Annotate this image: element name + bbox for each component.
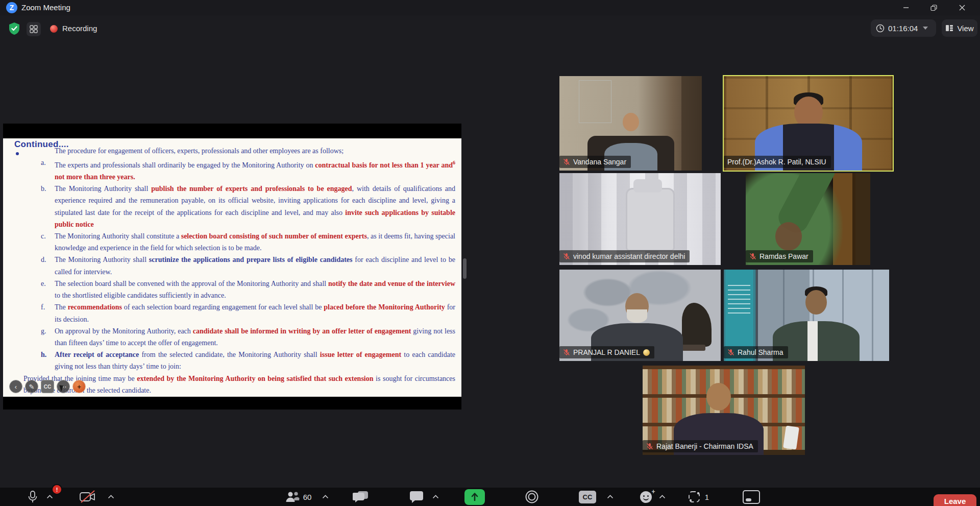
list-item-text: The Monitoring Authority shall scrutiniz… (55, 254, 455, 277)
mic-options-caret[interactable] (45, 488, 54, 506)
panel-collapse-handle[interactable] (463, 258, 467, 279)
maximize-restore-button[interactable] (922, 0, 945, 15)
shared-screen-frame: Continued.... The procedure for engageme… (3, 124, 461, 409)
annotate-pen-button[interactable]: ✎ (25, 380, 38, 393)
list-letter: g. (23, 325, 55, 349)
slide-text-segment: candidate shall be informed in writing b… (193, 327, 411, 335)
participant-count: 60 (303, 493, 312, 501)
team-chat-icon (353, 490, 370, 503)
muted-mic-icon (646, 443, 653, 450)
microphone-icon (27, 490, 39, 503)
share-screen-button[interactable] (463, 488, 486, 506)
scene-decor (579, 80, 611, 123)
list-letter: f. (23, 301, 55, 325)
minimize-button[interactable] (894, 0, 918, 15)
participant-name: Ramdas Pawar (760, 252, 808, 260)
restore-icon (930, 5, 937, 11)
slide-list-item: b.The Monitoring Authority shall publish… (23, 183, 455, 230)
chat-options-caret[interactable] (431, 488, 440, 506)
slide-text-segment: to the shortlisted eligible candidates s… (55, 292, 226, 299)
view-button[interactable]: View (942, 19, 977, 37)
muted-mic-icon (749, 253, 756, 260)
previous-slide-button[interactable]: ‹ (9, 380, 22, 393)
muted-mic-icon (646, 443, 653, 450)
list-item-text: The recommendations of each selection bo… (55, 301, 455, 325)
video-tile-rahul-sharma[interactable]: Rahul Sharma (724, 270, 889, 361)
slide-text-segment: publish the number of experts and profes… (151, 185, 352, 192)
slide-proviso: Provided that the joining time may be ex… (23, 373, 455, 396)
muted-mic-icon (563, 253, 570, 260)
apps-icon (688, 490, 702, 503)
list-letter: h. (23, 349, 55, 372)
list-item-text: The Monitoring Authority shall publish t… (55, 183, 455, 230)
participants-button[interactable]: 60 (282, 488, 314, 506)
slide-list: a.The experts and professionals shall or… (23, 157, 455, 372)
slide-text-segment: of each selection board regarding engage… (122, 303, 324, 311)
participant-name: Vandana Sangar (573, 158, 626, 166)
close-button[interactable] (950, 0, 974, 15)
slide-text-segment: recommendations (68, 303, 122, 311)
list-letter: e. (23, 278, 55, 301)
timer-caret-icon[interactable] (923, 27, 928, 30)
video-options-caret[interactable] (106, 488, 115, 506)
slide-text-segment: The Monitoring Authority shall constitut… (55, 232, 181, 240)
list-item-text: The experts and professionals shall ordi… (55, 157, 455, 183)
scene-decor (627, 189, 673, 250)
video-tile-vinod-kumar-assistant-director-delhi[interactable]: vinod kumar assistant director delhi (559, 173, 721, 265)
slide-list-item: g.On approval by the Monitoring Authorit… (23, 325, 455, 349)
participant-name-label: Ramdas Pawar (746, 250, 813, 262)
chat-button[interactable] (406, 488, 427, 506)
apps-count: 1 (705, 493, 709, 501)
video-tile-rajat-banerji-chairman-idsa[interactable]: Rajat Banerji - Chairman IDSA (643, 366, 805, 455)
team-chat-button[interactable] (349, 488, 374, 506)
meeting-timer[interactable]: 01:16:04 (871, 19, 936, 37)
slide-list-item: d.The Monitoring Authority shall scrutin… (23, 254, 455, 277)
scene-decor (681, 76, 702, 171)
mute-button[interactable]: ! (23, 488, 42, 506)
view-label: View (957, 24, 973, 33)
captions-button[interactable]: CC (41, 380, 54, 393)
person-head (706, 383, 731, 411)
bullet-dot (16, 152, 19, 155)
share-screen-icon (464, 489, 485, 505)
reactions-button[interactable]: + (637, 488, 654, 506)
participant-name: vinod kumar assistant director delhi (573, 252, 685, 260)
video-tile-prof-dr-ashok-r-patil-nlsiu[interactable]: Prof.(Dr.)Ashok R. Patil, NLSIU (724, 76, 893, 171)
video-tile-ramdas-pawar[interactable]: Ramdas Pawar (746, 173, 870, 265)
record-icon (525, 490, 539, 504)
muted-mic-icon (749, 253, 756, 260)
plus-button[interactable]: + (72, 380, 86, 393)
video-tile-pranjal-r-daniel[interactable]: PRANJAL R DANIEL (559, 270, 721, 361)
participant-name: Rajat Banerji - Chairman IDSA (656, 442, 753, 450)
scene-decor (852, 173, 855, 265)
apps-button[interactable]: 1 (684, 488, 713, 506)
slide-text-segment: On approval by the Monitoring Authority,… (55, 327, 193, 335)
video-tile-vandana-sangar[interactable]: Vandana Sangar (559, 76, 702, 171)
closed-captions-button[interactable]: CC (578, 488, 597, 506)
slide-text-segment: The Monitoring Authority shall (55, 185, 151, 192)
record-button[interactable] (523, 488, 541, 506)
slide-text-segment: The (55, 303, 68, 311)
title-bar: Z Zoom Meeting (0, 0, 980, 15)
list-item-text: After receipt of acceptance from the sel… (55, 349, 455, 372)
list-item-text: On approval by the Monitoring Authority,… (55, 325, 455, 349)
view-icon (945, 24, 953, 32)
slide-text-segment: issue letter of engagement (320, 351, 401, 358)
slide-list-item: e.The selection board shall be convened … (23, 278, 455, 301)
leave-button[interactable]: Leave (934, 494, 976, 506)
slide-text-segment: from the selected candidate, the Monitor… (139, 351, 320, 358)
security-shield-icon[interactable] (7, 21, 21, 36)
muted-mic-icon (727, 349, 734, 356)
participants-caret[interactable] (321, 488, 330, 506)
reactions-caret[interactable] (657, 488, 667, 506)
slide-text-segment: 6 (453, 160, 455, 165)
whiteboard-button[interactable] (741, 488, 762, 506)
slide-text-segment: The Monitoring Authority shall (55, 256, 149, 263)
camera-icon (79, 490, 97, 503)
slide-text-segment: The selection board shall be convened wi… (55, 280, 328, 287)
slide-text-segment: The experts and professionals shall ordi… (55, 161, 315, 169)
cc-options-caret[interactable] (605, 488, 615, 506)
grid-icon[interactable] (27, 22, 41, 36)
start-video-button[interactable] (76, 488, 101, 506)
timer-value: 01:16:04 (888, 24, 918, 33)
